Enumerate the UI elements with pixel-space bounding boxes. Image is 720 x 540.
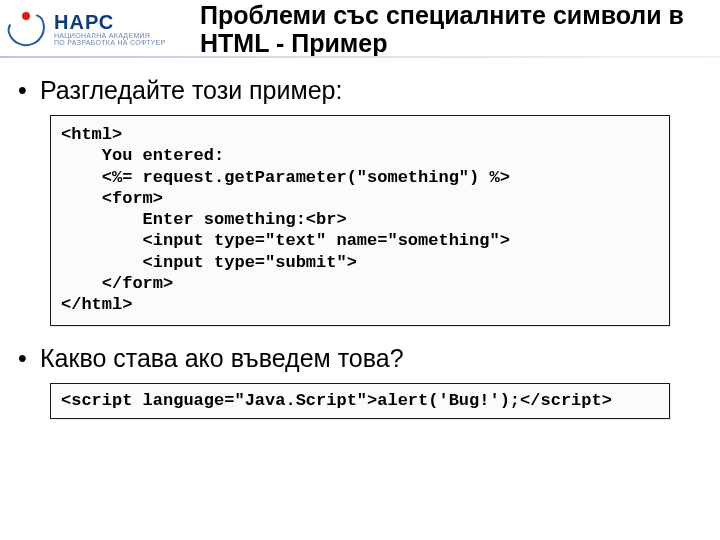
bullet-1: Разгледайте този пример: xyxy=(10,76,710,105)
code-block-1: <html> You entered: <%= request.getParam… xyxy=(50,115,670,326)
logo-sub2: ПО РАЗРАБОТКА НА СОФТУЕР xyxy=(54,39,165,46)
logo-name: НАРС xyxy=(54,12,165,32)
title-area: Проблеми със специалните символи в HTML … xyxy=(200,0,720,57)
bullet-2: Какво става ако въведем това? xyxy=(10,344,710,373)
slide-header: НАРС НАЦИОНАЛНА АКАДЕМИЯ ПО РАЗРАБОТКА Н… xyxy=(0,0,720,58)
slide-title: Проблеми със специалните символи в HTML … xyxy=(200,2,720,57)
code-block-2: <script language="Java.Script">alert('Bu… xyxy=(50,383,670,418)
logo-sub1: НАЦИОНАЛНА АКАДЕМИЯ xyxy=(54,32,165,39)
logo: НАРС НАЦИОНАЛНА АКАДЕМИЯ ПО РАЗРАБОТКА Н… xyxy=(0,0,200,58)
header-divider xyxy=(0,56,720,58)
bullet-list-2: Какво става ако въведем това? xyxy=(10,344,710,373)
bullet-list: Разгледайте този пример: xyxy=(10,76,710,105)
logo-mark-icon xyxy=(6,8,48,50)
slide-content: Разгледайте този пример: <html> You ente… xyxy=(0,58,720,419)
logo-text: НАРС НАЦИОНАЛНА АКАДЕМИЯ ПО РАЗРАБОТКА Н… xyxy=(54,12,165,46)
